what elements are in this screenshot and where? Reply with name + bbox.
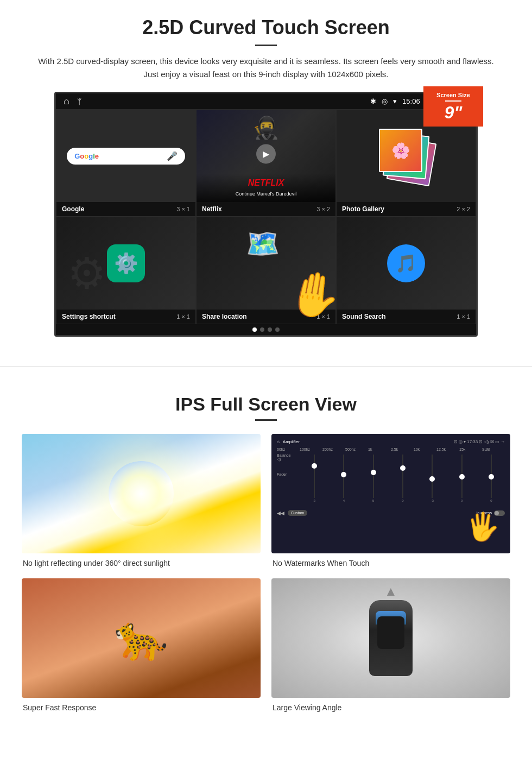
title-divider-2 bbox=[255, 419, 277, 421]
share-app-name: Share location bbox=[202, 313, 247, 320]
eq-top-bar: ⌂ Amplifier ⊡ ◎ ▾ 17:33 ⊡ ◁) ☒ ▭ → bbox=[277, 439, 505, 444]
settings-app-name: Settings shortcut bbox=[62, 313, 116, 320]
google-search-bar[interactable]: Google 🎤 bbox=[67, 148, 185, 165]
gallery-app-name: Photo Gallery bbox=[342, 205, 384, 213]
eq-speaker-icon: ◁) bbox=[277, 457, 299, 462]
eq-track-6 bbox=[461, 455, 463, 498]
sky-image bbox=[22, 434, 261, 553]
eq-custom-button[interactable]: Custom bbox=[288, 510, 307, 516]
car-direction-arrow: ▲ bbox=[384, 584, 397, 599]
pagination-dots bbox=[56, 324, 476, 335]
eq-slider-3: 5 bbox=[360, 455, 387, 502]
eq-slider-7: 0 bbox=[478, 455, 505, 502]
dot-1 bbox=[252, 327, 257, 332]
feature-label-3: Super Fast Response bbox=[22, 703, 261, 712]
loudness-toggle-switch[interactable] bbox=[494, 510, 505, 516]
eq-sliders: 3 4 5 0 bbox=[301, 453, 505, 508]
sky-visual bbox=[22, 434, 261, 553]
status-bar-left: ⌂ ᛘ bbox=[64, 96, 81, 107]
eq-track-7 bbox=[491, 455, 492, 498]
maps-icon: 🗺️ bbox=[246, 228, 280, 260]
section1-description: With 2.5D curved-display screen, this de… bbox=[33, 55, 499, 81]
netflix-app-name: Netflix bbox=[202, 205, 222, 213]
eq-track-1 bbox=[314, 455, 315, 498]
dot-3 bbox=[268, 327, 272, 332]
car-roof bbox=[377, 616, 404, 649]
netflix-subtitle: Continue Marvel's Daredevil bbox=[236, 191, 296, 197]
eq-handle-4 bbox=[400, 465, 406, 471]
section2-title: IPS Full Screen View bbox=[22, 394, 510, 415]
badge-size: 9" bbox=[445, 103, 463, 122]
eq-slider-2: 4 bbox=[330, 455, 357, 502]
badge-label: Screen Size bbox=[432, 92, 474, 98]
gallery-app-size: 2 × 2 bbox=[457, 206, 470, 212]
sound-label-row: Sound Search 1 × 1 bbox=[337, 310, 476, 324]
app-cell-sound[interactable]: 🎵 Sound Search 1 × 1 bbox=[336, 217, 476, 324]
usb-icon: ᛘ bbox=[77, 97, 81, 106]
location-icon: ◎ bbox=[382, 97, 388, 105]
screen-mockup-wrapper: Screen Size 9" ⌂ ᛘ ✱ ◎ ▾ 15:06 ⊡ ◁) ☒ bbox=[54, 92, 478, 337]
share-cell-inner: 🗺️ 🤚 bbox=[197, 217, 335, 310]
netflix-overlay: NETFLIX Continue Marvel's Daredevil bbox=[197, 174, 335, 202]
eq-icons: ⊡ ◎ ▾ 17:33 ⊡ ◁) ☒ ▭ → bbox=[454, 439, 505, 444]
eq-track-4 bbox=[402, 455, 403, 498]
cheetah-icon: 🐆 bbox=[114, 613, 168, 664]
eq-slider-6: 0 bbox=[448, 455, 475, 502]
play-button[interactable]: ▶ bbox=[256, 144, 276, 163]
app-cell-share[interactable]: 🗺️ 🤚 Share location 1 × 1 bbox=[196, 217, 336, 324]
hand-eq-icon: 🖐 bbox=[466, 511, 499, 542]
cheetah-visual: 🐆 bbox=[22, 578, 261, 698]
sound-app-name: Sound Search bbox=[342, 313, 386, 320]
settings-label-row: Settings shortcut 1 × 1 bbox=[56, 310, 195, 324]
eq-handle-7 bbox=[489, 474, 494, 480]
eq-home: ⌂ bbox=[277, 439, 280, 444]
dot-4 bbox=[275, 327, 280, 332]
sound-icon: 🎵 bbox=[387, 244, 425, 282]
eq-handle-3 bbox=[371, 470, 376, 475]
feature-viewing-angle: ▲ Large Viewing Angle bbox=[271, 578, 510, 712]
eq-val-7: 0 bbox=[490, 499, 492, 502]
eq-val-5: -3 bbox=[431, 499, 434, 502]
eq-prev-icon: ◀◀ bbox=[277, 510, 284, 516]
section1-title: 2.5D Curved Touch Screen bbox=[33, 16, 499, 39]
eq-val-1: 3 bbox=[313, 499, 315, 502]
eq-visual: ⌂ Amplifier ⊡ ◎ ▾ 17:33 ⊡ ◁) ☒ ▭ → 60hz1… bbox=[271, 434, 510, 553]
netflix-app-size: 3 × 2 bbox=[316, 206, 330, 212]
settings-icon: ⚙️ bbox=[107, 244, 145, 282]
sun-glow bbox=[109, 461, 174, 526]
google-app-size: 3 × 1 bbox=[176, 206, 190, 212]
eq-val-6: 0 bbox=[461, 499, 463, 502]
eq-freq-labels: 60hz100hz200hz500hz1k2.5k10k12.5k15kSUB bbox=[277, 447, 505, 451]
app-cell-netflix[interactable]: 🥷 ▶ NETFLIX Continue Marvel's Daredevil … bbox=[196, 109, 336, 217]
photo-stack: 🌸 bbox=[379, 129, 433, 183]
netflix-label-row: Netflix 3 × 2 bbox=[197, 202, 335, 216]
feature-no-watermarks: ⌂ Amplifier ⊡ ◎ ▾ 17:33 ⊡ ◁) ☒ ▭ → 60hz1… bbox=[271, 434, 510, 567]
eq-slider-1: 3 bbox=[301, 455, 328, 502]
feature-label-1: No light reflecting under 360° direct su… bbox=[22, 559, 261, 567]
feature-no-reflection: No light reflecting under 360° direct su… bbox=[22, 434, 261, 567]
feature-fast-response: 🐆 Super Fast Response bbox=[22, 578, 261, 712]
car-top-view: ▲ bbox=[369, 600, 413, 676]
eq-track-3 bbox=[373, 455, 374, 498]
screen-size-badge: Screen Size 9" bbox=[423, 86, 483, 127]
title-divider bbox=[255, 45, 277, 46]
section-ips-screen: IPS Full Screen View No light reflecting… bbox=[0, 383, 532, 728]
eq-val-2: 4 bbox=[343, 499, 345, 502]
eq-app-name: Amplifier bbox=[283, 439, 300, 444]
settings-app-size: 1 × 1 bbox=[176, 313, 190, 320]
bluetooth-icon: ✱ bbox=[370, 97, 376, 105]
app-cell-google[interactable]: Google 🎤 Google 3 × 1 bbox=[56, 109, 196, 217]
eq-track-5 bbox=[432, 455, 433, 498]
eq-handle-6 bbox=[459, 474, 465, 480]
dot-2 bbox=[260, 327, 264, 332]
section-divider bbox=[0, 366, 532, 367]
cheetah-image: 🐆 bbox=[22, 578, 261, 698]
status-bar: ⌂ ᛘ ✱ ◎ ▾ 15:06 ⊡ ◁) ☒ ▭ bbox=[56, 93, 476, 109]
daredevil-figure: 🥷 bbox=[252, 115, 280, 141]
feature-label-2: No Watermarks When Touch bbox=[271, 559, 510, 567]
app-cell-settings[interactable]: ⚙ ⚙️ Settings shortcut 1 × 1 bbox=[56, 217, 196, 324]
app-grid: Google 🎤 Google 3 × 1 🥷 bbox=[56, 109, 476, 324]
google-cell-inner: Google 🎤 bbox=[56, 110, 195, 202]
eq-handle-2 bbox=[341, 472, 346, 477]
eq-fader-label: Fader bbox=[277, 472, 299, 476]
